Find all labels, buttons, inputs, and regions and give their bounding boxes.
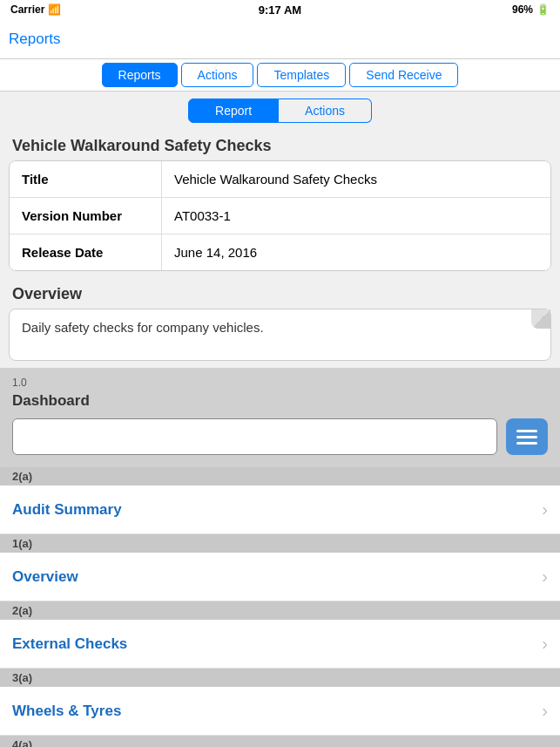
back-button[interactable]: Reports xyxy=(9,31,61,48)
chevron-icon-2: › xyxy=(542,634,548,654)
section-number-1: 1(a) xyxy=(0,534,560,553)
section-number-3: 3(a) xyxy=(0,669,560,687)
list-item-overview[interactable]: Overview › xyxy=(0,553,560,601)
dashboard-section: 1.0 Dashboard xyxy=(0,368,560,467)
overview-heading: Overview xyxy=(0,282,560,309)
top-tab-bar: Reports Actions Templates Send Receive xyxy=(0,59,560,92)
list-item-audit-summary[interactable]: Audit Summary › xyxy=(0,486,560,534)
info-value-release: June 14, 2016 xyxy=(162,234,550,270)
overview-text: Daily safety checks for company vehicles… xyxy=(22,320,264,335)
info-label-title: Title xyxy=(10,161,162,197)
status-time: 9:17 AM xyxy=(259,3,301,17)
chevron-icon-1: › xyxy=(542,567,548,587)
list-items-container: 2(a) Audit Summary › 1(a) Overview › 2(a… xyxy=(0,467,560,747)
status-bar: Carrier 📶 9:17 AM 96% 🔋 xyxy=(0,0,560,19)
wifi-icon: 📶 xyxy=(48,3,61,16)
battery-icon: 🔋 xyxy=(536,3,550,16)
sub-tab-bar: Report Actions xyxy=(0,92,560,130)
info-row-title: Title Vehicle Walkaround Safety Checks xyxy=(10,161,550,198)
dashboard-controls xyxy=(12,418,548,455)
battery-label: 96% xyxy=(512,3,533,16)
chevron-icon-3: › xyxy=(542,701,548,721)
section-title: Vehicle Walkaround Safety Checks xyxy=(0,130,560,160)
list-item-label-overview: Overview xyxy=(12,568,542,586)
status-battery: 96% 🔋 xyxy=(512,3,550,16)
dashboard-input[interactable] xyxy=(12,418,497,455)
info-row-release: Release Date June 14, 2016 xyxy=(10,234,550,270)
info-table: Title Vehicle Walkaround Safety Checks V… xyxy=(9,160,551,271)
hamburger-icon xyxy=(516,430,537,445)
dashboard-number: 1.0 xyxy=(12,377,548,389)
section-number-0: 2(a) xyxy=(0,467,560,486)
info-value-title: Vehicle Walkaround Safety Checks xyxy=(162,161,550,197)
section-number-2: 2(a) xyxy=(0,601,560,620)
tab-reports[interactable]: Reports xyxy=(102,63,178,87)
dashboard-label: Dashboard xyxy=(12,392,548,410)
nav-bar: Reports xyxy=(0,19,560,59)
list-item-label-audit-summary: Audit Summary xyxy=(12,501,542,519)
status-carrier: Carrier 📶 xyxy=(10,3,61,16)
list-item-label-external-checks: External Checks xyxy=(12,635,542,653)
tab-send-receive[interactable]: Send Receive xyxy=(349,63,458,87)
page-curl-icon xyxy=(531,309,550,329)
dashboard-menu-button[interactable] xyxy=(506,418,548,455)
info-label-version: Version Number xyxy=(10,198,162,234)
info-row-version: Version Number AT0033-1 xyxy=(10,198,550,234)
carrier-label: Carrier xyxy=(10,3,44,16)
tab-actions[interactable]: Actions xyxy=(181,63,254,87)
list-item-wheels-tyres[interactable]: Wheels & Tyres › xyxy=(0,687,560,736)
info-label-release: Release Date xyxy=(10,234,162,270)
tab-templates[interactable]: Templates xyxy=(257,63,346,87)
list-item-label-wheels-tyres: Wheels & Tyres xyxy=(12,703,542,720)
sub-tab-actions[interactable]: Actions xyxy=(279,98,372,123)
section-number-4: 4(a) xyxy=(0,736,560,747)
list-item-external-checks[interactable]: External Checks › xyxy=(0,620,560,669)
overview-box: Daily safety checks for company vehicles… xyxy=(9,309,551,361)
info-value-version: AT0033-1 xyxy=(162,198,550,234)
chevron-icon-0: › xyxy=(542,499,548,520)
sub-tab-report[interactable]: Report xyxy=(188,98,279,123)
